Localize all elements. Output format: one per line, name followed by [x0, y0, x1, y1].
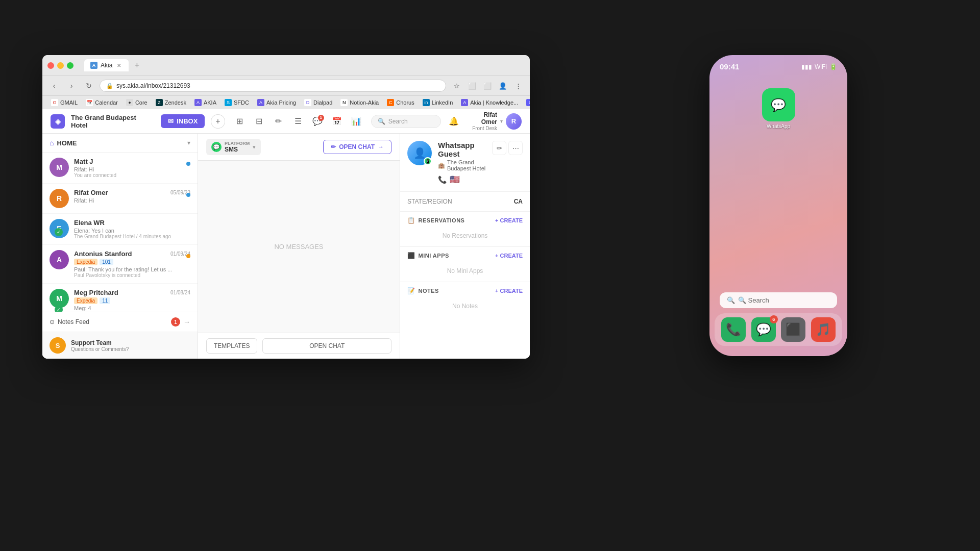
close-button[interactable]: [47, 62, 54, 69]
bookmark-star-button[interactable]: ☆: [450, 79, 463, 92]
notes-create-button[interactable]: + CREATE: [495, 288, 523, 294]
phone-screen: 09:41 ▮▮▮ WiFi 🔋 💬 WhatsApp 🔍 🔍 Search 📞…: [709, 55, 847, 356]
tab-bar: A Akia ✕ +: [84, 59, 143, 71]
bookmark-akia-pricing[interactable]: A Akia Pricing: [254, 98, 300, 107]
notes-feed-label: Notes Feed: [58, 318, 89, 325]
conv-top-elena: Elena WR: [74, 219, 190, 227]
reservations-title: 📋 RESERVATIONS: [407, 217, 464, 224]
user-profile-button[interactable]: 👤: [496, 79, 509, 92]
reservations-icon: 📋: [407, 217, 415, 224]
conv-info-matt-j: Matt J Rifat: Hi You are connected: [74, 158, 190, 178]
conv-info-elena: Elena WR Elena: Yes I can The Grand Buda…: [74, 219, 190, 239]
guest-more-button[interactable]: ⋯: [508, 141, 523, 155]
browser-controls: A Akia ✕ +: [47, 59, 525, 71]
bookmark-loom[interactable]: L Loom Onboard: [523, 98, 530, 107]
new-tab-button[interactable]: +: [131, 59, 143, 71]
inbox-button[interactable]: ✉ INBOX: [161, 114, 205, 128]
conversation-item-elena[interactable]: E ✓ Elena WR Elena: Yes I can The Grand …: [42, 214, 198, 245]
notes-title: 📝 NOTES: [407, 287, 439, 294]
refresh-button[interactable]: ↻: [82, 79, 95, 92]
edit-icon-button[interactable]: ✏: [270, 113, 287, 130]
address-bar[interactable]: 🔒 sys.akia.ai/inbox/21312693: [100, 80, 446, 92]
chart-icon-button[interactable]: 📊: [348, 113, 365, 130]
dock-music-app[interactable]: 🎵: [811, 317, 836, 342]
bookmark-linkedin-label: LinkedIn: [432, 99, 453, 106]
header-icons: ⊞ ⊟ ✏ ☰ 💬 1 📅 📊: [231, 113, 365, 130]
notes-label: NOTES: [419, 288, 439, 294]
bookmark-calendar[interactable]: 📅 Calendar: [82, 98, 121, 107]
chat-icon-button[interactable]: 💬 1: [309, 113, 326, 130]
forward-button[interactable]: ›: [65, 79, 78, 92]
bookmark-sfdc[interactable]: S SFDC: [221, 98, 253, 107]
bookmark-core[interactable]: ● Core: [122, 98, 151, 107]
maximize-button[interactable]: [67, 62, 74, 69]
users-icon-button[interactable]: ⊞: [231, 113, 249, 130]
open-chat-button[interactable]: ✏ OPEN CHAT →: [323, 140, 391, 154]
phone-status-bar: 09:41 ▮▮▮ WiFi 🔋: [709, 55, 847, 73]
bookmark-akia[interactable]: A AKIA: [191, 98, 220, 107]
calendar-icon-button[interactable]: 📅: [328, 113, 346, 130]
unread-dot-antonius: [186, 254, 190, 258]
phone-search-bar[interactable]: 🔍 🔍 Search: [720, 292, 837, 308]
conversation-item-rifat[interactable]: R Rifat Omer 05/09/23 Rifat: Hi: [42, 184, 198, 214]
search-placeholder: Search: [388, 118, 408, 125]
user-name-role: Rifat Omer Front Desk: [467, 111, 497, 131]
bookmark-dialpad[interactable]: D Dialpad: [301, 98, 336, 107]
notes-feed[interactable]: ⊙ Notes Feed 1 →: [42, 312, 198, 332]
notes-arrow-icon: →: [183, 318, 190, 326]
whatsapp-app-icon[interactable]: 💬 WhatsApp: [722, 88, 835, 129]
guest-edit-button[interactable]: ✏: [492, 141, 506, 155]
gmail-icon: G: [51, 99, 58, 106]
conv-tags-meg: Expedia 11: [74, 297, 190, 304]
akia-pricing-icon: A: [257, 99, 264, 106]
conversation-item-antonius[interactable]: A Antonius Stanford 01/09/24 Expedia 101…: [42, 245, 198, 284]
tag-expedia-meg: Expedia: [74, 297, 97, 304]
bookmark-chorus[interactable]: C Chorus: [383, 98, 418, 107]
minimize-button[interactable]: [57, 62, 64, 69]
open-chat-full-button[interactable]: OPEN CHAT: [262, 338, 391, 354]
check-icon-elena: ✓: [55, 228, 63, 236]
notification-bell-button[interactable]: 🔔: [446, 113, 462, 130]
user-info[interactable]: Rifat Omer Front Desk ▾ R: [467, 111, 522, 131]
check-icon-meg: ✓: [55, 306, 63, 312]
search-bar[interactable]: 🔍 Search: [371, 115, 441, 128]
conversation-item-matt-j[interactable]: M Matt J Rifat: Hi You are connected: [42, 153, 198, 184]
conv-top-meg: Meg Pritchard 01/08/24: [74, 289, 190, 296]
conversation-item-meg[interactable]: M ✓ Meg Pritchard 01/08/24 Expedia 11: [42, 284, 198, 312]
dock-messages-app[interactable]: 💬 6: [751, 317, 776, 342]
sidebar-chevron-icon[interactable]: ▾: [187, 139, 190, 146]
sidebar-home[interactable]: ⌂ HOME: [50, 139, 77, 147]
conv-preview-sub-antonius: Paul Pavolotsky is connected: [74, 272, 190, 278]
user-role: Front Desk: [467, 126, 497, 131]
phone-apps-area: 💬 WhatsApp: [709, 73, 847, 133]
mini-apps-create-button[interactable]: + CREATE: [495, 253, 523, 259]
share-button[interactable]: ⬜: [465, 79, 479, 92]
reservations-create-button[interactable]: + CREATE: [495, 217, 523, 223]
add-button[interactable]: +: [211, 114, 225, 129]
list-icon-button[interactable]: ☰: [289, 113, 307, 130]
extensions-button[interactable]: ⬜: [481, 79, 494, 92]
address-text: sys.akia.ai/inbox/21312693: [116, 82, 439, 89]
conv-date-meg: 01/08/24: [170, 290, 190, 295]
menu-button[interactable]: ⋮: [511, 79, 525, 92]
back-button[interactable]: ‹: [47, 79, 61, 92]
grid-icon-button[interactable]: ⊟: [251, 113, 268, 130]
platform-badge[interactable]: 💬 PLATFORM SMS ▾: [206, 139, 261, 155]
bookmark-gmail[interactable]: G GMAIL: [47, 98, 81, 107]
tab-close-button[interactable]: ✕: [115, 62, 122, 69]
notes-feed-left: ⊙ Notes Feed: [50, 318, 89, 325]
conv-name-matt-j: Matt J: [74, 158, 93, 165]
flag-icon: 🇺🇸: [450, 174, 460, 184]
support-team[interactable]: S Support Team Questions or Comments?: [42, 332, 198, 359]
bookmark-knowledge[interactable]: A Akia | Knowledge...: [457, 98, 522, 107]
dock-phone-app[interactable]: 📞: [721, 317, 746, 342]
app-content: ◈ The Grand Budapest Hotel ✉ INBOX + ⊞ ⊟…: [42, 109, 530, 359]
state-region-section: STATE/REGION CA: [400, 192, 530, 212]
chat-area: 💬 PLATFORM SMS ▾ ✏ OPEN CHAT → NO M: [198, 134, 400, 359]
dock-pages-app[interactable]: ⬛: [781, 317, 805, 342]
bookmark-notion[interactable]: N Notion-Akia: [337, 98, 382, 107]
bookmark-linkedin[interactable]: in LinkedIn: [419, 98, 457, 107]
active-tab[interactable]: A Akia ✕: [84, 59, 129, 71]
templates-button[interactable]: TEMPLATES: [206, 338, 257, 354]
bookmark-zendesk[interactable]: Z Zendesk: [152, 98, 190, 107]
